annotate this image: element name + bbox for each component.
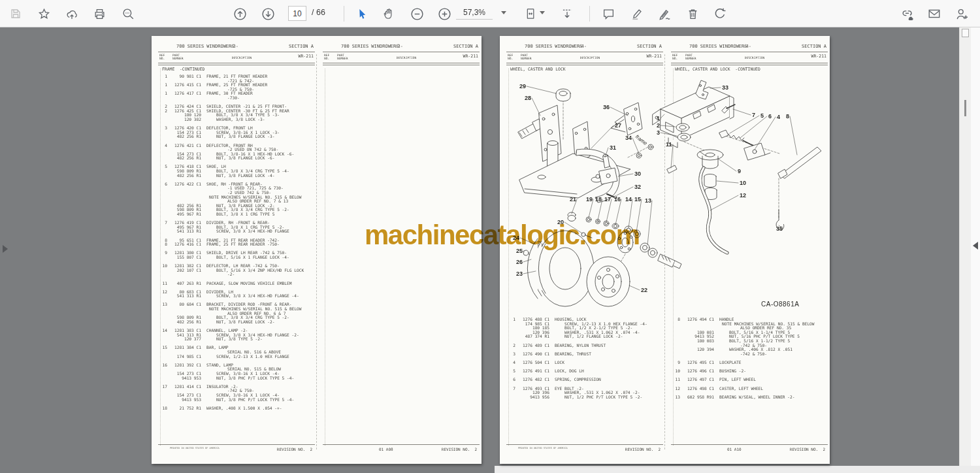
part-col-header: PARTNUMBER [521, 54, 532, 61]
part-row: 71276 419 C1DIVIDER, RH -FRONT & REAR- [158, 220, 315, 225]
toolbar-separator [589, 6, 590, 22]
share-link-icon[interactable] [898, 5, 916, 23]
page-number-label: -4- [743, 44, 751, 49]
star-icon[interactable] [35, 5, 53, 23]
part-row: -2 USED ON 742 & 750- [158, 147, 315, 152]
section-label: SECTION A [453, 44, 478, 49]
part-row: 120 377NUT, 3/8 TYPE 5 -2- [158, 336, 315, 341]
vertical-scrollbar[interactable] [959, 27, 971, 473]
part-row [671, 373, 828, 378]
part-row: 180 081BOLT, 5/16 X 1-1/4 TYPE 5 [671, 330, 828, 334]
page-number-label: -3- [395, 44, 403, 49]
print-icon[interactable] [90, 5, 108, 23]
section-title: FRAME -CONTINUED [162, 67, 204, 72]
part-row: 171281 414 C1INSULATOR -2- [158, 384, 315, 389]
part-row: 9413 952NUT, 5/16 PHC P/T LOCK TYPE 5 [671, 334, 828, 338]
part-row: 71276 493 C1EYE BOLT -2- [506, 386, 663, 391]
fit-dropdown-caret[interactable] [540, 11, 545, 14]
header-rule [506, 52, 663, 52]
part-row [506, 373, 663, 378]
cloud-upload-icon[interactable] [63, 5, 81, 23]
callout-leader [717, 181, 738, 183]
diagram-callout: 8 [786, 113, 789, 120]
part-row [158, 139, 315, 143]
add-person-icon[interactable] [953, 5, 971, 23]
diagram-code-label: CA-O8861A [761, 301, 799, 308]
zoom-dropdown-caret[interactable] [501, 11, 506, 14]
diagram-callout: 22 [641, 287, 647, 293]
sheet-code: WR-211 [299, 55, 314, 58]
zoom-out-icon[interactable] [408, 5, 426, 23]
column-footer: 01 A10 REVISION NO. 2 [671, 444, 828, 452]
save-icon[interactable] [7, 5, 25, 23]
part-row: ALSO ORDER REF NO. 6 & 7 [158, 311, 315, 316]
part-row: 101276 496 C1BUSHING -2- [671, 368, 828, 373]
zoom-in-icon[interactable] [435, 5, 453, 23]
desc-col-header: DESCRIPTION [745, 56, 764, 59]
part-row: 31276 420 C1DEFLECTOR, FRONT LH [158, 125, 315, 130]
scroll-mode-icon[interactable] [558, 5, 576, 23]
parts-list: 190 981 C1FRAME, 21 FT FRONT HEADER-721 … [158, 74, 315, 410]
page-down-icon[interactable] [259, 5, 277, 23]
highlight-icon[interactable] [628, 5, 646, 23]
ref-col-header: REFNO. [508, 54, 513, 61]
part-row: 154 273 C1SCREW, 3/8-16 X 1 LOCK -4- [158, 393, 315, 397]
delete-icon[interactable] [683, 5, 702, 23]
email-icon[interactable] [925, 5, 943, 23]
select-tool-icon[interactable] [352, 5, 370, 23]
diagram-callout: 16 [614, 196, 621, 203]
part-row: 482 256 R1NUT, 3/8 FLANGE LOCK -3- [158, 134, 315, 139]
sign-icon[interactable] [655, 5, 674, 23]
desc-col-header: DESCRIPTION [397, 56, 416, 59]
revision-label: REVISION NO. 2 [625, 447, 661, 451]
diagram-callout: 7 [752, 112, 755, 118]
rotate-icon[interactable] [711, 5, 729, 23]
catalog-title: 700 SERIES WINDROWERS [525, 44, 583, 49]
part-row [506, 365, 663, 369]
callout-leader [790, 116, 797, 155]
part-row [158, 298, 315, 302]
left-panel-toggle[interactable] [1, 243, 10, 255]
callout-leader [615, 199, 621, 225]
part-col-header: PARTNUMBER [172, 54, 184, 61]
part-row: -721 & 742- [158, 78, 315, 83]
page-number-input[interactable]: 10 [288, 6, 306, 21]
part-row: 174 985 C1SCREW, 1/2-13 X 1.0 HEX FLANGE… [506, 321, 663, 326]
part-row: 120 396WASHER, .531 X 1.062 X .074 -2- [506, 390, 663, 395]
part-row: 41276 421 C1DEFLECTOR, FRONT RH [158, 143, 315, 148]
part-row: -730- [158, 95, 315, 100]
diagram-callout: 28 [525, 95, 531, 101]
callout-leader [527, 86, 556, 93]
diagram-callout: 18 [595, 196, 602, 203]
fit-page-icon[interactable] [521, 5, 540, 23]
page-up-icon[interactable] [231, 5, 249, 23]
right-panel-toggle[interactable] [973, 240, 979, 251]
column-footer: 01 A08 REVISION NO. 2 [323, 444, 480, 452]
part-row: SERIAL NO. 515 & BELOW [158, 367, 315, 371]
hand-tool-icon[interactable] [380, 5, 398, 23]
comment-icon[interactable] [599, 5, 617, 23]
part-row: 111276 497 C1PIN, LEFT WHEEL [671, 377, 828, 382]
part-row: 598 809 R1BOLT, 3/8 X 3/4 CRG TYPE 5 -2- [158, 207, 315, 212]
diagram-callout: 27 [615, 122, 621, 129]
part-row: NOTE MACHINES W/SERIAL NO. 515 & BELOW [671, 321, 828, 326]
part-row [158, 276, 315, 281]
part-row [158, 246, 315, 251]
scrollbar-thumb[interactable] [962, 29, 969, 37]
search-icon[interactable] [119, 5, 137, 23]
part-row [158, 323, 315, 328]
diagram-callout: 13 [645, 197, 651, 204]
section-label: SECTION A [289, 44, 314, 49]
scroll-position-marker[interactable] [964, 100, 966, 116]
part-row: 487 374 R1NUT, 1/2 FLANGE LOCK -2- [506, 334, 663, 338]
part-row [158, 100, 315, 105]
zoom-level-value[interactable]: 57,3% [456, 8, 493, 20]
part-row: 61276 482 C1SPRING, COMPRESSION [506, 377, 663, 382]
callout-leader [740, 116, 767, 138]
sheet-number: 01 A10 [727, 447, 742, 451]
part-row: 161281 392 C1STAND, LAMP [158, 363, 315, 367]
diagram-callout: 32 [634, 184, 641, 190]
parts-list: 81276 494 C1HANDLENOTE MACHINES W/SERIAL… [671, 317, 828, 399]
printed-note: PRINTED IN UNITED STATES OF AMERICA [170, 447, 220, 449]
part-row [506, 382, 663, 386]
